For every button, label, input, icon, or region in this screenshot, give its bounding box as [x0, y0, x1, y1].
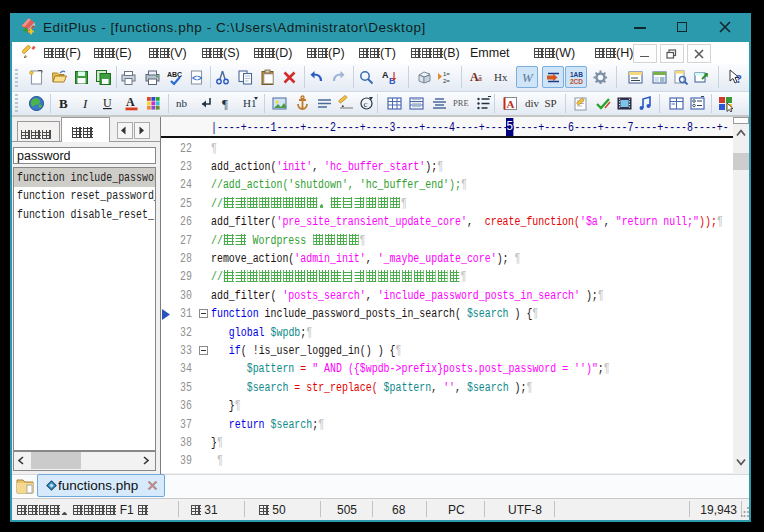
svg-text:PRE: PRE	[453, 98, 469, 108]
svg-text:U: U	[103, 96, 112, 110]
svg-text:H1: H1	[243, 97, 256, 109]
svg-text:I: I	[82, 96, 88, 111]
svg-text:A: A	[126, 95, 135, 109]
svg-text:A: A	[382, 70, 389, 80]
svg-text:SP: SP	[544, 97, 556, 109]
svg-text:W: W	[522, 70, 534, 85]
svg-text:nb: nb	[176, 97, 188, 109]
svg-text:1AB: 1AB	[570, 71, 583, 78]
svg-text:ā: ā	[478, 73, 482, 83]
svg-text:B: B	[389, 76, 396, 86]
svg-text:Hx: Hx	[494, 71, 508, 83]
svg-text:¶: ¶	[222, 96, 228, 111]
svg-text:B: B	[59, 96, 68, 111]
svg-text:c: c	[363, 99, 367, 109]
svg-text:<>: <>	[192, 73, 202, 83]
svg-text:2CD: 2CD	[570, 78, 583, 85]
svg-text:A: A	[506, 97, 514, 109]
svg-text:2=: 2=	[443, 78, 450, 84]
svg-text:?: ?	[735, 71, 742, 86]
svg-text:1=: 1=	[443, 71, 450, 77]
svg-text:div: div	[525, 97, 540, 109]
